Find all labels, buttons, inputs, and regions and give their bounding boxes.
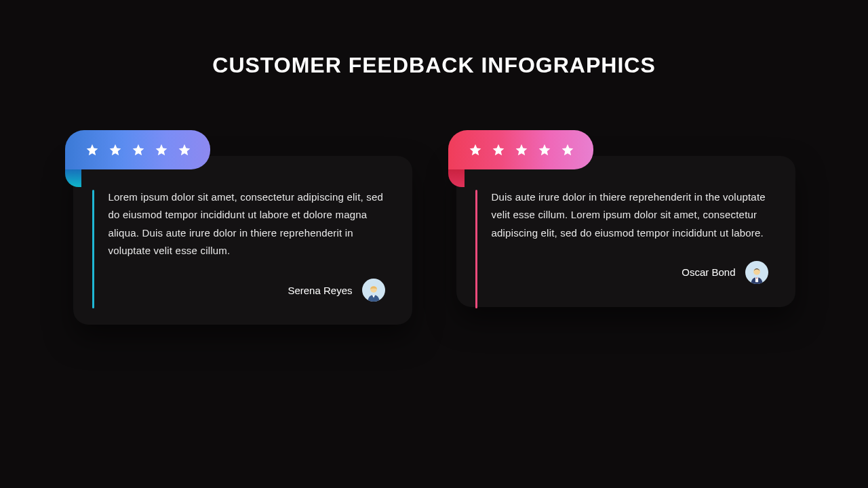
page-title: CUSTOMER FEEDBACK INFOGRAPHICS [0, 53, 868, 78]
author-name: Serena Reyes [288, 285, 352, 296]
star-icon [469, 143, 482, 157]
star-icon [561, 143, 574, 157]
star-icon [515, 143, 528, 157]
author-row: Serena Reyes [100, 279, 385, 302]
card-body: Lorem ipsum dolor sit amet, consectetur … [73, 156, 412, 325]
star-icon [538, 143, 551, 157]
avatar-icon [362, 279, 385, 302]
svg-point-1 [753, 268, 760, 275]
accent-bar [475, 190, 477, 308]
star-icon [108, 143, 122, 157]
star-icon [85, 143, 99, 157]
feedback-text: Duis aute irure dolor in thiere reprehen… [492, 188, 768, 242]
rating-badge [448, 130, 593, 169]
feedback-text: Lorem ipsum dolor sit amet, consectetur … [108, 188, 385, 260]
star-icon [155, 143, 168, 157]
accent-bar [92, 190, 94, 308]
cards-container: Lorem ipsum dolor sit amet, consectetur … [0, 156, 868, 325]
rating-badge [65, 130, 210, 169]
star-icon [492, 143, 505, 157]
feedback-card: Lorem ipsum dolor sit amet, consectetur … [73, 156, 412, 325]
avatar-icon [745, 261, 768, 284]
author-name: Oscar Bond [682, 266, 735, 278]
author-row: Oscar Bond [484, 261, 768, 284]
star-icon [132, 143, 145, 157]
star-icon [178, 143, 191, 157]
card-body: Duis aute irure dolor in thiere reprehen… [456, 156, 795, 307]
feedback-card: Duis aute irure dolor in thiere reprehen… [456, 156, 795, 325]
